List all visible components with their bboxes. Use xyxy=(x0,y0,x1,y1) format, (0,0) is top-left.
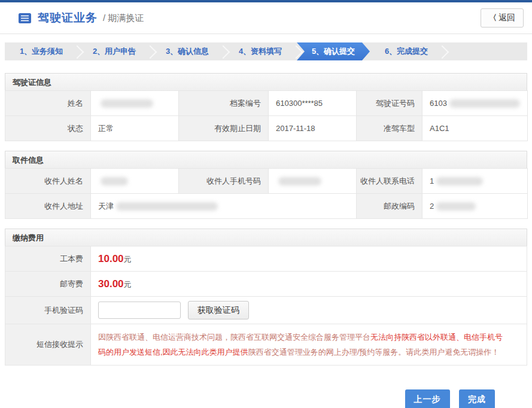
recipient-phone-value: 1 xyxy=(422,169,528,194)
license-info-table: 姓名 档案编号 610300****85 驾驶证号码 6103 状态 正常 有效… xyxy=(5,90,528,141)
step-6-complete-submit[interactable]: 6、完成提交 xyxy=(370,42,443,60)
status-value: 正常 xyxy=(91,116,179,141)
sms-code-input[interactable] xyxy=(98,302,181,319)
redacted-value xyxy=(101,177,128,185)
previous-step-button[interactable]: 上一步 xyxy=(405,389,450,408)
expiry-value: 2017-11-18 xyxy=(269,116,357,141)
table-row: 收件人姓名 收件人手机号码 收件人联系电话 1 xyxy=(5,169,528,194)
pickup-info-table: 收件人姓名 收件人手机号码 收件人联系电话 1 收件人地址 天津 邮政编码 2 xyxy=(5,168,528,219)
finish-button[interactable]: 完成 xyxy=(459,389,495,408)
fees-section: 缴纳费用 工本费 10.00元 邮寄费 30.00元 手机验证码 获取验证码 短… xyxy=(5,229,527,366)
recipient-address-value: 天津 xyxy=(91,194,357,219)
redacted-value xyxy=(436,202,476,211)
redacted-value xyxy=(278,177,321,185)
recipient-name-label: 收件人姓名 xyxy=(5,169,91,194)
table-row: 邮寄费 30.00元 xyxy=(5,272,527,297)
table-row: 状态 正常 有效期止日期 2017-11-18 准驾车型 A1C1 xyxy=(5,116,528,141)
breadcrumb-current: 期满换证 xyxy=(108,13,144,23)
vehicle-class-label: 准驾车型 xyxy=(357,116,422,141)
table-row: 短信接收提示 因陕西省联通、电信运营商技术问题，陕西省互联网交通安全综合服务管理… xyxy=(5,324,527,366)
footer-actions: 上一步 完成 xyxy=(0,389,532,408)
step-3-confirm-info[interactable]: 3、确认信息 xyxy=(151,42,224,60)
sms-code-label: 手机验证码 xyxy=(5,297,91,324)
table-row: 收件人地址 天津 邮政编码 2 xyxy=(5,194,528,219)
sms-notice-cell: 因陕西省联通、电信运营商技术问题，陕西省互联网交通安全综合服务管理平台无法向持陕… xyxy=(91,324,527,366)
vehicle-class-value: A1C1 xyxy=(422,116,528,141)
redacted-value xyxy=(436,177,483,185)
production-fee-amount: 10.00 xyxy=(98,253,124,264)
redacted-value xyxy=(116,202,218,211)
postage-fee-value: 30.00元 xyxy=(91,272,527,297)
back-button[interactable]: 〈返回 xyxy=(481,8,524,28)
currency-unit: 元 xyxy=(124,280,132,289)
currency-unit: 元 xyxy=(124,255,132,264)
postal-code-value: 2 xyxy=(422,194,528,219)
breadcrumb: / 期满换证 xyxy=(103,13,144,24)
fees-section-title: 缴纳费用 xyxy=(5,229,527,246)
status-label: 状态 xyxy=(5,116,91,141)
license-no-value: 6103 xyxy=(422,91,528,116)
recipient-mobile-label: 收件人手机号码 xyxy=(179,169,269,194)
recipient-phone-label: 收件人联系电话 xyxy=(357,169,422,194)
breadcrumb-separator: / xyxy=(103,13,105,23)
production-fee-value: 10.00元 xyxy=(91,246,527,272)
step-wizard: 1、业务须知 2、用户申告 3、确认信息 4、资料填写 5、确认提交 6、完成提… xyxy=(5,42,527,60)
license-info-section: 驾驶证信息 姓名 档案编号 610300****85 驾驶证号码 6103 状态… xyxy=(5,73,527,141)
production-fee-label: 工本费 xyxy=(5,246,91,272)
step-1-business-notice[interactable]: 1、业务须知 xyxy=(5,42,78,60)
pickup-info-section: 取件信息 收件人姓名 收件人手机号码 收件人联系电话 1 收件人地址 天津 邮政… xyxy=(5,151,527,219)
page-title: 驾驶证业务 xyxy=(38,10,98,26)
pickup-section-title: 取件信息 xyxy=(5,151,527,169)
postage-fee-label: 邮寄费 xyxy=(5,272,91,297)
sms-notice-text: 因陕西省联通、电信运营商技术问题，陕西省互联网交通安全综合服务管理平台无法向持陕… xyxy=(98,333,503,357)
postage-fee-amount: 30.00 xyxy=(98,278,124,290)
back-button-label: 返回 xyxy=(498,13,515,22)
recipient-address-label: 收件人地址 xyxy=(5,194,91,219)
step-4-fill-materials[interactable]: 4、资料填写 xyxy=(224,42,297,60)
redacted-value xyxy=(101,99,153,108)
get-code-button[interactable]: 获取验证码 xyxy=(188,301,249,319)
document-list-icon xyxy=(18,13,32,24)
sms-notice-label: 短信接收提示 xyxy=(5,324,91,366)
redacted-value xyxy=(449,99,520,108)
table-row: 姓名 档案编号 610300****85 驾驶证号码 6103 xyxy=(5,91,528,116)
postal-code-label: 邮政编码 xyxy=(357,194,422,219)
fees-table: 工本费 10.00元 邮寄费 30.00元 手机验证码 获取验证码 短信接收提示… xyxy=(5,246,527,366)
expiry-label: 有效期止日期 xyxy=(179,116,269,141)
table-row: 手机验证码 获取验证码 xyxy=(5,297,527,324)
step-2-user-declaration[interactable]: 2、用户申告 xyxy=(78,42,151,60)
license-no-label: 驾驶证号码 xyxy=(357,91,422,116)
chevron-left-icon: 〈 xyxy=(489,13,497,22)
name-label: 姓名 xyxy=(5,91,91,116)
file-no-value: 610300****85 xyxy=(269,91,357,116)
step-5-confirm-submit[interactable]: 5、确认提交 xyxy=(297,42,370,60)
recipient-mobile-value xyxy=(269,169,357,194)
license-section-title: 驾驶证信息 xyxy=(5,73,527,91)
file-no-label: 档案编号 xyxy=(179,91,269,116)
page-header: 驾驶证业务 / 期满换证 〈返回 xyxy=(0,2,532,34)
sms-code-cell: 获取验证码 xyxy=(91,297,527,324)
table-row: 工本费 10.00元 xyxy=(5,246,527,272)
name-value xyxy=(91,91,179,116)
recipient-name-value xyxy=(91,169,179,194)
